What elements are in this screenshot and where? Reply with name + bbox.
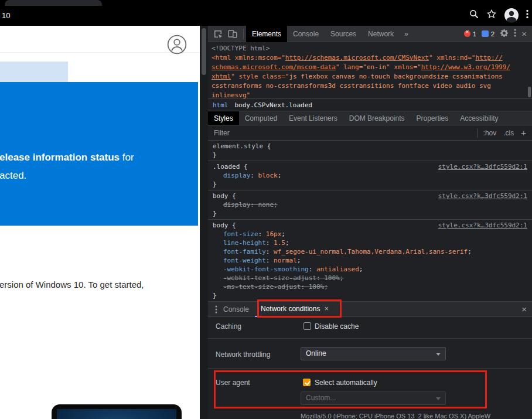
drawer-tab-close-icon[interactable]: × [324,302,329,316]
styles-filter-bar: Filter :hov .cls + [208,125,532,141]
css-property[interactable]: -webkit-text-size-adjust: 100%; [213,274,527,282]
breadcrumb-item[interactable]: html [213,101,229,109]
settings-gear-icon[interactable] [500,29,509,39]
page-paragraph: ersion of Windows 10. To get started, [0,280,175,289]
zoom-icon[interactable] [469,9,479,22]
banner-text: elease information status for acted. [0,148,134,185]
code-line[interactable]: inlinesvg" [212,91,532,98]
error-badge-icon[interactable] [464,30,470,37]
code-line[interactable]: <!DOCTYPE html> [212,44,532,53]
new-style-rule-button[interactable]: + [521,128,526,138]
blue-banner: elease information status for acted. [0,82,198,226]
code-line[interactable]: xhtml" style class="js flexbox canvas no… [212,72,532,81]
css-rule: body {style.csx?k…3dfc559d2:1font-size: … [208,220,532,302]
drawer-tab-network-conditions[interactable]: Network conditions × [255,302,335,317]
devtools-toolbar: ElementsConsoleSourcesNetwork » 1 2 × [208,26,532,42]
hover-state-toggle[interactable]: :hov [483,129,497,137]
css-property[interactable]: line-height: 1.5; [213,239,527,247]
styles-tab-styles[interactable]: Styles [208,111,239,125]
drawer-tab-label: Network conditions [261,302,320,316]
more-tabs-icon[interactable]: » [400,26,413,42]
page-header [0,26,200,53]
devtools-panel: ElementsConsoleSourcesNetwork » 1 2 × <!… [208,26,532,419]
network-throttling-select[interactable]: Online [301,347,446,360]
page-scrollbar-thumb[interactable] [202,28,206,75]
select-automatically-checkbox[interactable] [303,379,311,386]
elements-tree: <!DOCTYPE html><html xmlns:mscom="http:/… [208,42,532,98]
devtools-tab-elements[interactable]: Elements [246,26,287,42]
css-selector[interactable]: body [213,192,229,200]
code-line[interactable]: csstransforms no-csstransforms3d csstran… [212,81,532,91]
code-line[interactable]: <html xmlns:mscom="http://schemas.micros… [212,53,532,63]
browser-menu-icon[interactable] [526,9,528,21]
stylesheet-link[interactable]: style.csx?k…3dfc559d2:1 [438,162,527,171]
styles-tab-event-listeners[interactable]: Event Listeners [283,111,343,125]
signin-avatar-icon[interactable] [167,35,187,57]
user-agent-string: Mozilla/5.0 (iPhone; CPU iPhone OS 13_2 … [301,413,490,419]
devtools-tabs: ElementsConsoleSourcesNetwork [246,26,400,42]
devtools-menu-icon[interactable] [514,29,516,39]
drawer-divider [208,338,532,339]
styles-tab-dom-breakpoints[interactable]: DOM Breakpoints [343,111,411,125]
issues-badge-icon[interactable] [482,30,489,37]
devtools-tab-network[interactable]: Network [362,26,400,42]
css-selector[interactable]: .loaded [213,163,240,171]
css-property[interactable]: -webkit-font-smoothing: antialiased; [213,265,527,274]
styles-tab-computed[interactable]: Computed [239,111,283,125]
css-selector[interactable]: body [213,222,229,229]
chevron-down-icon [436,353,441,356]
filter-separator [477,128,478,138]
laptop-image [52,404,182,419]
styles-tabbar: StylesComputedEvent ListenersDOM Breakpo… [208,111,532,125]
css-selector[interactable]: element.style [213,142,263,150]
class-toggle[interactable]: .cls [503,129,514,137]
stylesheet-link[interactable]: style.csx?k…3dfc559d2:1 [438,221,527,230]
devtools-drawer: Console Network conditions × × Caching D… [208,302,532,419]
screenshot-root: 10 elease information status f [0,0,532,419]
issue-count: 2 [491,30,495,38]
page-highlight-block [0,62,68,82]
browser-tab[interactable] [5,0,102,6]
devtools-tab-console[interactable]: Console [287,26,325,42]
css-property[interactable]: font-weight: normal; [213,256,527,265]
breadcrumb-item[interactable]: body.CSPvNext.loaded [235,101,312,109]
drawer-tab-console[interactable]: Console [217,302,255,317]
profile-avatar-icon[interactable] [504,8,519,23]
bookmark-star-icon[interactable] [486,9,497,22]
css-rule: element.style {} [208,141,532,161]
devtools-close-icon[interactable]: × [521,29,527,38]
chevron-down-icon [436,397,441,400]
styles-tab-properties[interactable]: Properties [410,111,454,125]
url-fragment-text: 10 [2,11,10,20]
throttling-value: Online [306,349,326,357]
select-automatically-label[interactable]: Select automatically [315,379,377,387]
drawer-close-icon[interactable]: × [521,304,527,314]
css-property[interactable]: display: block; [213,171,527,180]
css-property[interactable]: font-size: 16px; [213,230,527,239]
device-toolbar-icon[interactable] [228,29,237,39]
custom-user-agent-value: Custom... [306,394,336,402]
stylesheet-link[interactable]: style.csx?k…3dfc559d2:1 [438,192,527,200]
inspect-element-icon[interactable] [213,29,223,39]
css-rule: .loaded {style.csx?k…3dfc559d2:1display:… [208,161,532,190]
css-property[interactable]: display: none; [213,200,527,209]
disable-cache-label[interactable]: Disable cache [315,322,359,331]
filter-input[interactable]: Filter [214,129,477,137]
code-line[interactable]: schemas.microsoft.com/mscom-data" lang="… [212,63,532,72]
drawer-divider [208,368,532,369]
css-property[interactable]: font-family: wf_segoe-ui_normal,Tahoma,V… [213,247,527,256]
css-rule: body {style.csx?k…3dfc559d2:1display: no… [208,190,532,220]
breadcrumb: htmlbody.CSPvNext.loaded [208,98,532,111]
css-property[interactable]: -ms-text-size-adjust: 100%; [213,282,527,291]
laptop-screen [57,409,176,419]
page-scrollbar[interactable] [200,26,208,419]
styles-tab-accessibility[interactable]: Accessibility [454,111,504,125]
browser-chrome: 10 [0,0,532,26]
custom-user-agent-select[interactable]: Custom... [301,391,446,405]
devtools-tab-sources[interactable]: Sources [325,26,362,42]
styles-rules: element.style {}.loaded {style.csx?k…3df… [208,141,532,302]
error-count: 1 [473,30,476,38]
elements-scrollbar-thumb[interactable] [528,87,531,97]
disable-cache-checkbox[interactable] [303,322,311,330]
network-throttling-label: Network throttling [216,350,270,359]
